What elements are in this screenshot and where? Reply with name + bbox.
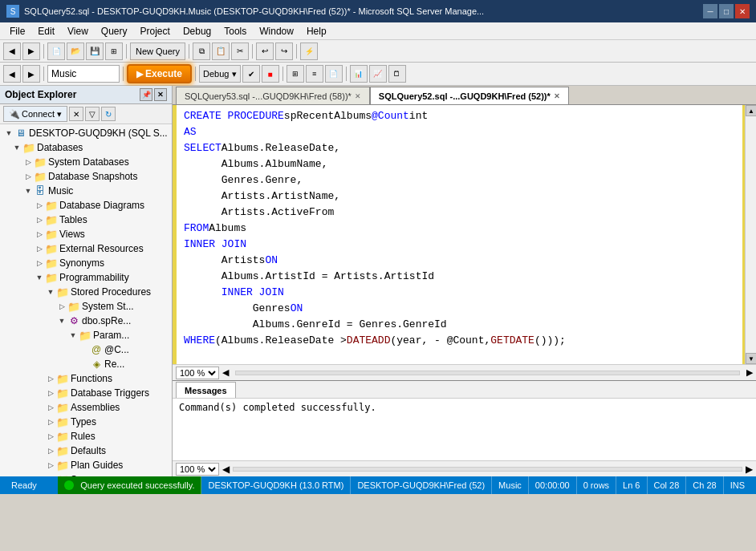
tree-defaults[interactable]: ▷ 📁 Defaults [0, 444, 172, 458]
zoom-scroll-left[interactable]: ◀ [222, 367, 229, 378]
tab-query52[interactable]: SQLQuery52.sql -...GUQD9KH\Fred (52))* ✕ [370, 87, 569, 104]
menu-project[interactable]: Project [134, 24, 177, 38]
expand-functions-icon[interactable]: ▷ [45, 373, 56, 384]
expand-rules-icon[interactable]: ▷ [45, 431, 56, 442]
results-file-icon[interactable]: 📄 [325, 65, 343, 83]
menu-view[interactable]: View [61, 24, 95, 38]
database-selector[interactable]: Music [47, 65, 120, 83]
tree-dbo-sproc[interactable]: ▼ ⚙ dbo.spRe... [0, 314, 172, 328]
disconnect-button[interactable]: ✕ [69, 107, 83, 121]
display-est-plan-icon[interactable]: 🗒 [388, 65, 406, 83]
back2-button[interactable]: ◀ [3, 65, 21, 83]
menu-help[interactable]: Help [300, 24, 333, 38]
tree-diagrams[interactable]: ▷ 📁 Database Diagrams [0, 198, 172, 213]
expand-server-icon[interactable]: ▼ [3, 128, 14, 139]
tree-plan-guides[interactable]: ▷ 📁 Plan Guides [0, 458, 172, 472]
tree-params-folder[interactable]: ▼ 📁 Param... [0, 328, 172, 342]
expand-param-c-icon[interactable] [79, 344, 90, 355]
new-query-icon[interactable]: 📄 [47, 43, 65, 60]
expand-defaults-icon[interactable]: ▷ [45, 445, 56, 456]
expand-snapshots-icon[interactable]: ▷ [22, 171, 34, 182]
tab-query53[interactable]: SQLQuery53.sql -...GUQD9KH\Fred (58))* ✕ [176, 87, 370, 104]
expand-external-icon[interactable]: ▷ [34, 243, 45, 254]
expand-sysdb-icon[interactable]: ▷ [22, 156, 34, 168]
menu-edit[interactable]: Edit [31, 24, 61, 38]
messages-tab[interactable]: Messages [176, 382, 236, 398]
tree-param-count[interactable]: @ @C... [0, 342, 172, 357]
results-scrollbar[interactable] [233, 467, 742, 472]
tree-rules[interactable]: ▷ 📁 Rules [0, 429, 172, 444]
misc1-icon[interactable]: ⚡ [300, 43, 318, 60]
parse-icon[interactable]: ✔ [242, 65, 260, 83]
menu-debug[interactable]: Debug [177, 24, 217, 38]
results-zoom-selector[interactable]: 100 % [176, 463, 219, 476]
tree-system-databases[interactable]: ▷ 📁 System Databases [0, 155, 172, 169]
refresh-button[interactable]: ↻ [101, 107, 116, 121]
undo-icon[interactable]: ↩ [256, 43, 274, 60]
menu-query[interactable]: Query [95, 24, 134, 38]
expand-music-icon[interactable]: ▼ [22, 185, 34, 196]
tree-tables[interactable]: ▷ 📁 Tables [0, 213, 172, 227]
tree-server[interactable]: ▼ 🖥 DESKTOP-GUQD9KH (SQL S... [0, 126, 172, 140]
results-scroll-right[interactable]: ▶ [746, 464, 753, 475]
tree-databases[interactable]: ▼ 📁 Databases [0, 140, 172, 155]
tree-external-resources[interactable]: ▷ 📁 External Resources [0, 241, 172, 256]
tree-stored-procs[interactable]: ▼ 📁 Stored Procedures [0, 285, 172, 299]
scroll-down-button[interactable]: ▼ [746, 353, 756, 364]
saveall-icon[interactable]: ⊞ [105, 43, 123, 60]
menu-window[interactable]: Window [253, 24, 300, 38]
results-text-icon[interactable]: ≡ [306, 65, 323, 83]
expand-types-icon[interactable]: ▷ [45, 416, 56, 427]
expand-prog-icon[interactable]: ▼ [34, 272, 45, 283]
minimize-button[interactable]: ─ [703, 4, 717, 18]
forward2-button[interactable]: ▶ [22, 65, 40, 83]
stop-icon[interactable]: ■ [262, 65, 279, 83]
expand-plan-guides-icon[interactable]: ▷ [45, 460, 56, 471]
tree-db-triggers[interactable]: ▷ 📁 Database Triggers [0, 386, 172, 400]
tree-assemblies[interactable]: ▷ 📁 Assemblies [0, 400, 172, 415]
save-icon[interactable]: 💾 [86, 43, 104, 60]
expand-sys-sproc-icon[interactable]: ▷ [56, 301, 67, 312]
tree-param-re[interactable]: ◈ Re... [0, 357, 172, 371]
paste-icon[interactable]: 📋 [212, 43, 230, 60]
horizontal-scrollbar[interactable] [235, 371, 740, 375]
tab-query53-close[interactable]: ✕ [355, 92, 361, 100]
pin-button[interactable]: 📌 [140, 88, 152, 101]
tree-music-db[interactable]: ▼ 🗄 Music [0, 184, 172, 198]
include-actual-plan-icon[interactable]: 📈 [369, 65, 387, 83]
close-panel-button[interactable]: ✕ [154, 88, 167, 101]
tree-programmability[interactable]: ▼ 📁 Programmability [0, 270, 172, 285]
debug-button[interactable]: Debug ▾ [199, 65, 240, 83]
maximize-button[interactable]: □ [719, 4, 734, 18]
menu-file[interactable]: File [3, 24, 31, 38]
expand-sequences-icon[interactable]: ▷ [45, 474, 56, 476]
back-button[interactable]: ◀ [3, 43, 21, 60]
expand-synonyms-icon[interactable]: ▷ [34, 257, 45, 269]
execute-button[interactable]: ▶ Execute [127, 64, 192, 83]
tree-types[interactable]: ▷ 📁 Types [0, 415, 172, 429]
include-client-stats-icon[interactable]: 📊 [350, 65, 368, 83]
cut-icon[interactable]: ✂ [231, 43, 249, 60]
copy-icon[interactable]: ⧉ [193, 43, 210, 60]
expand-assemblies-icon[interactable]: ▷ [45, 402, 56, 413]
menu-tools[interactable]: Tools [217, 24, 253, 38]
tab-query52-close[interactable]: ✕ [554, 92, 560, 100]
expand-diagrams-icon[interactable]: ▷ [34, 200, 45, 211]
connect-button[interactable]: 🔌 Connect ▾ [3, 106, 67, 122]
new-query-button[interactable]: New Query [130, 43, 185, 60]
zoom-scroll-right[interactable]: ▶ [746, 367, 753, 378]
sql-editor[interactable]: CREATE PROCEDURE spRecentAlbums @Count i… [173, 105, 745, 364]
zoom-selector[interactable]: 100 % 75 % 125 % [176, 367, 219, 379]
redo-icon[interactable]: ↪ [275, 43, 293, 60]
tree-system-sprocs[interactable]: ▷ 📁 System St... [0, 299, 172, 314]
open-icon[interactable]: 📂 [67, 43, 84, 60]
vertical-scrollbar[interactable]: ▲ ▼ [745, 105, 756, 364]
expand-sproc-icon[interactable]: ▼ [45, 286, 56, 298]
expand-triggers-icon[interactable]: ▷ [45, 387, 56, 399]
expand-tables-icon[interactable]: ▷ [34, 214, 45, 225]
tree-db-snapshots[interactable]: ▷ 📁 Database Snapshots [0, 169, 172, 184]
expand-params-icon[interactable]: ▼ [67, 330, 79, 341]
scroll-up-button[interactable]: ▲ [746, 105, 756, 116]
results-scroll-left[interactable]: ◀ [222, 464, 230, 475]
close-button[interactable]: ✕ [735, 4, 750, 18]
